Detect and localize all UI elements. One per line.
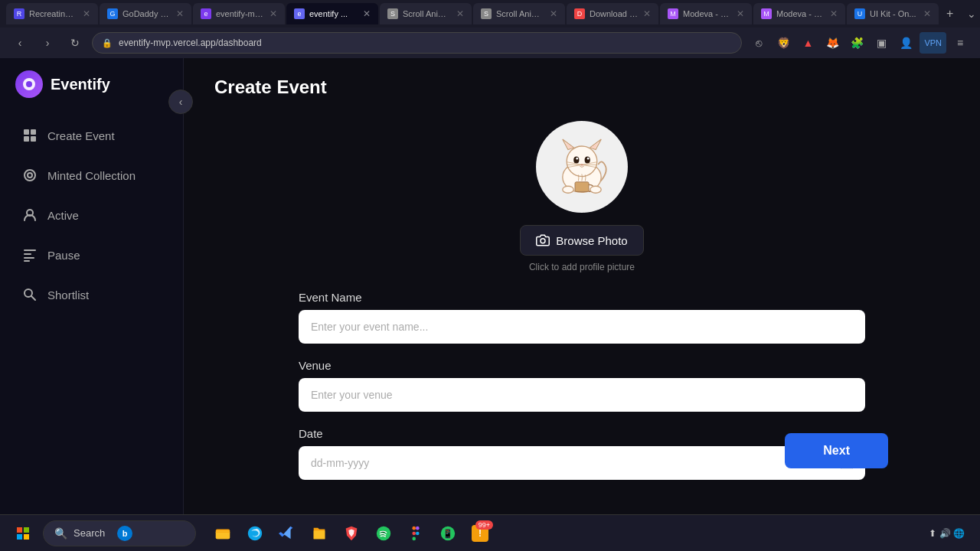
venue-group: Venue: [299, 359, 865, 412]
tab-favicon: U: [854, 8, 865, 19]
tab-label: GoDaddy D...: [122, 9, 172, 18]
date-input[interactable]: [299, 446, 865, 480]
profile-section: Browse Photo Click to add profile pictur…: [214, 121, 949, 272]
page-title: Create Event: [214, 77, 949, 98]
event-name-label: Event Name: [299, 291, 865, 304]
new-tab-button[interactable]: +: [940, 7, 959, 21]
tab-scroll1[interactable]: S Scroll Anim... ✕: [380, 3, 472, 24]
tab-close-icon[interactable]: ✕: [270, 8, 277, 19]
taskbar-search-text: Search: [74, 527, 105, 539]
svg-rect-11: [24, 257, 34, 259]
tab-favicon: S: [481, 8, 492, 19]
taskbar-app-edge[interactable]: [240, 519, 270, 548]
tab-label-active: eventify ...: [309, 9, 348, 18]
tab-eventify-active[interactable]: e eventify ... ✕: [286, 3, 378, 24]
tab-godaddy[interactable]: G GoDaddy D... ✕: [100, 3, 191, 24]
taskbar-app-spotify[interactable]: [369, 519, 398, 548]
svg-rect-5: [31, 136, 36, 142]
form-section: Event Name Venue Date 📅: [299, 291, 865, 480]
svg-rect-37: [17, 534, 22, 540]
sidebar-item-shortlist[interactable]: Shortlist: [6, 276, 177, 314]
brave-shield-button[interactable]: 🦁: [773, 32, 794, 54]
tab-close-icon[interactable]: ✕: [737, 8, 744, 19]
tab-close-icon[interactable]: ✕: [643, 8, 651, 19]
svg-rect-35: [17, 527, 22, 533]
sidebar-logo: Eventify: [0, 70, 183, 116]
figma-icon: [407, 524, 425, 543]
tab-chevron-down[interactable]: ⌄: [961, 3, 980, 24]
tab-close-icon[interactable]: ✕: [550, 8, 557, 19]
browse-photo-label: Browse Photo: [556, 234, 627, 247]
vpn-button[interactable]: VPN: [920, 32, 946, 54]
tab-close-icon[interactable]: ✕: [830, 8, 838, 19]
taskbar-app-vscode[interactable]: [273, 519, 302, 548]
tab-close-icon-active[interactable]: ✕: [363, 8, 371, 19]
taskbar-app-figma[interactable]: [401, 519, 430, 548]
pause-icon: [21, 246, 38, 263]
tab-download[interactable]: D Download v... ✕: [567, 3, 658, 24]
back-button[interactable]: ‹: [9, 32, 31, 54]
sidebar-item-label: Pause: [47, 249, 80, 262]
taskbar-app-brave[interactable]: [337, 519, 366, 548]
profiles-button[interactable]: 👤: [895, 32, 916, 54]
tab-close-icon[interactable]: ✕: [176, 8, 184, 19]
spotify-icon: [374, 524, 393, 543]
svg-rect-31: [575, 182, 589, 192]
tab-close-icon[interactable]: ✕: [456, 8, 464, 19]
svg-rect-43: [416, 526, 420, 530]
tab-uikit[interactable]: U UI Kit - On... ✕: [847, 3, 939, 24]
tab-modeva1[interactable]: M Modeva - U... ✕: [660, 3, 752, 24]
reload-button[interactable]: ↻: [64, 32, 86, 54]
svg-point-46: [416, 531, 420, 535]
browse-photo-button[interactable]: Browse Photo: [520, 225, 643, 256]
share-button[interactable]: ⎋: [748, 32, 769, 54]
tab-close-icon[interactable]: ✕: [83, 8, 90, 19]
create-event-icon: [21, 127, 38, 144]
venue-input[interactable]: [299, 378, 865, 412]
android-icon: 📱: [439, 524, 457, 543]
tab-bar: R Recreating ... ✕ G GoDaddy D... ✕ e ev…: [0, 0, 980, 28]
taskbar-app-files[interactable]: [305, 519, 334, 548]
brave-rewards-button[interactable]: ▲: [797, 32, 818, 54]
sidebar-item-create-event[interactable]: Create Event: [6, 116, 177, 155]
tab-recreating[interactable]: R Recreating ... ✕: [6, 3, 98, 24]
menu-button[interactable]: ≡: [949, 32, 971, 54]
edge-icon: [246, 524, 264, 543]
cat-illustration: [547, 132, 616, 201]
tab-label: eventify-mv...: [216, 9, 265, 18]
tab-close-icon[interactable]: ✕: [923, 8, 931, 19]
date-label: Date: [299, 427, 865, 440]
taskbar-search[interactable]: 🔍 Search b: [43, 520, 196, 546]
svg-point-23: [587, 158, 590, 160]
svg-rect-12: [24, 260, 30, 262]
taskbar-app-badge[interactable]: ! 99+: [466, 519, 495, 548]
start-button[interactable]: [9, 520, 37, 547]
extensions-button[interactable]: 🧩: [846, 32, 867, 54]
minted-collection-icon: [21, 167, 38, 184]
svg-rect-38: [24, 534, 29, 540]
browser-view-button[interactable]: ▣: [871, 32, 892, 54]
taskbar-app-android[interactable]: 📱: [433, 519, 462, 548]
shortlist-icon: [21, 286, 38, 303]
svg-point-1: [26, 81, 32, 87]
taskbar-right: ⬆ 🔊 🌐: [929, 528, 971, 539]
search-icon: 🔍: [54, 527, 67, 540]
svg-rect-45: [412, 536, 416, 540]
active-icon: [21, 207, 38, 223]
wallet-button[interactable]: 🦊: [822, 32, 843, 54]
event-name-input[interactable]: [299, 310, 865, 344]
svg-point-22: [576, 158, 578, 160]
next-button[interactable]: Next: [785, 433, 888, 468]
taskbar-app-explorer[interactable]: [208, 519, 237, 548]
sidebar-collapse-button[interactable]: ‹: [168, 90, 193, 114]
tab-scroll2[interactable]: S Scroll Anim... ✕: [473, 3, 565, 24]
sidebar-item-active[interactable]: Active: [6, 196, 177, 234]
sidebar-item-label: Shortlist: [47, 289, 89, 302]
bing-icon: b: [117, 526, 132, 541]
sidebar-item-minted-collection[interactable]: Minted Collection: [6, 156, 177, 194]
tab-modeva2[interactable]: M Modeva - U... ✕: [753, 3, 845, 24]
tab-eventify-mv[interactable]: e eventify-mv... ✕: [193, 3, 285, 24]
sidebar-item-pause[interactable]: Pause: [6, 236, 177, 274]
address-bar[interactable]: 🔒 eventify-mvp.vercel.app/dashboard: [92, 32, 742, 54]
forward-button[interactable]: ›: [37, 32, 58, 54]
